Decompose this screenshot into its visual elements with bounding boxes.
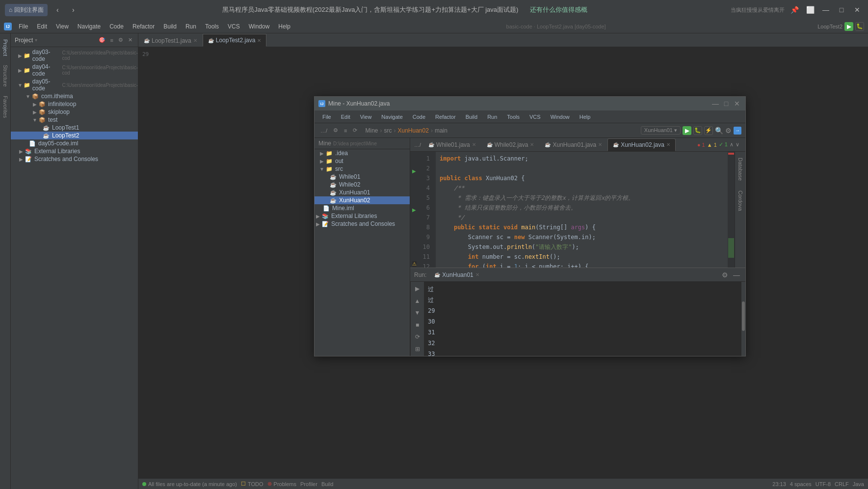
tree-item-day04[interactable]: ▶ 📁 day04-code C:\Users\moon\IdeaProject… [11,63,138,78]
tree-item-day05[interactable]: ▼ 📁 day05-code C:\Users\moon\IdeaProject… [11,78,138,92]
back-button[interactable]: ‹ [52,4,63,16]
menu-vcs[interactable]: VCS [224,22,244,31]
pin-icon[interactable]: 📌 [789,4,800,16]
tree-item-external[interactable]: ▶ 📚 External Libraries [11,147,138,155]
tab-looptest2[interactable]: ☕ LoopTest2.java ✕ [203,34,267,47]
mine-menu-help[interactable]: Help [576,113,595,121]
menu-help[interactable]: Help [274,22,294,31]
nav-up[interactable]: ∧ [730,141,734,148]
tree-item-com-itheima[interactable]: ▼ 📦 com.itheima [11,92,138,100]
run-button[interactable]: ▶ [844,22,853,31]
mine-menu-file[interactable]: File [318,113,335,121]
mine-ideabtn[interactable]: → [734,127,741,135]
forward-button[interactable]: › [67,4,79,16]
sidebar-tab-project[interactable]: Project [1,35,9,60]
run-scroll-down-btn[interactable]: ▼ [412,308,423,318]
tree-item-infiniteloop[interactable]: ▶ 📦 infiniteloop [11,100,138,108]
mine-menu-build[interactable]: Build [462,113,481,121]
build-status[interactable]: Build [321,481,333,487]
menu-window[interactable]: Window [245,22,274,31]
menu-view[interactable]: View [52,22,73,31]
project-close-btn[interactable]: ✕ [127,36,134,44]
run-stop-btn[interactable]: ■ [412,320,423,330]
run-filter-btn[interactable]: ⊞ [412,344,423,354]
mine-tab-xun02[interactable]: ☕ XunHuan02.java ✕ [607,138,676,151]
mine-back-btn[interactable]: …/ [318,127,329,135]
gutter-15[interactable]: ⚠ [410,260,418,268]
mine-menu-code[interactable]: Code [409,113,429,121]
mine-menu-refactor[interactable]: Refactor [431,113,460,121]
tree-item-skiploop[interactable]: ▶ 📦 skiploop [11,108,138,116]
mine-menu-edit[interactable]: Edit [337,113,354,121]
mine-tab-back-btn[interactable]: …/ [412,142,423,148]
run-rerun-btn[interactable]: ⟳ [412,332,423,342]
maximize-icon[interactable]: □ [836,4,847,16]
mine-tab-while01[interactable]: ☕ While01.java ✕ [423,138,481,151]
run-scrollbar[interactable] [741,282,745,356]
mine-run-config-dropdown[interactable]: XunHuan01 ▾ [641,126,681,135]
mine-toolbar-btn2[interactable]: ⟳ [351,126,359,135]
menu-build[interactable]: Build [159,22,181,31]
mine-menu-tools[interactable]: Tools [503,113,524,121]
menu-file[interactable]: File [15,22,32,31]
mine-tree-src[interactable]: ▼ 📁 src [315,165,410,173]
tree-item-scratches[interactable]: ▶ 📝 Scratches and Consoles [11,155,138,163]
tree-item-looptest2[interactable]: ☕ LoopTest2 [11,132,138,139]
problems-status[interactable]: ⊗ Problems [267,481,296,487]
mine-tree-extlibs[interactable]: ▶ 📚 External Libraries [315,212,410,220]
mine-tree-idea[interactable]: ▶ 📁 .idea [315,149,410,157]
tree-item-iml[interactable]: 📄 day05-code.iml [11,139,138,147]
mine-database-tab[interactable]: Database [736,154,744,185]
mine-while02-tab-close[interactable]: ✕ [530,142,534,147]
tree-item-day03[interactable]: ▶ 📁 day03-code C:\Users\moon\IdeaProject… [11,48,138,63]
sidebar-tab-structure[interactable]: Structure [1,61,9,91]
mine-tab-xun01[interactable]: ☕ XunHuan01.java ✕ [539,138,607,151]
tab-looptest1[interactable]: ☕ LoopTest1.java ✕ [138,34,203,47]
menu-refactor[interactable]: Refactor [129,22,158,31]
mine-menu-view[interactable]: View [356,113,376,121]
mine-tree-while01[interactable]: ☕ While01 [315,173,410,181]
menu-run[interactable]: Run [182,22,200,31]
mine-tree-scratches[interactable]: ▶ 📝 Scratches and Consoles [315,220,410,228]
run-scroll-up-btn[interactable]: ▲ [412,296,423,306]
tree-item-looptest1[interactable]: ☕ LoopTest1 [11,124,138,132]
mine-settings2-btn[interactable]: ⚙ [725,127,732,135]
project-dropdown-icon[interactable]: ▾ [35,37,37,43]
home-button[interactable]: ⌂ 回到注界面 [5,4,48,16]
gutter-3[interactable]: ▶ [410,167,418,175]
menu-edit[interactable]: Edit [33,22,51,31]
gutter-8[interactable]: ▶ [410,206,418,214]
mine-menu-vcs[interactable]: VCS [526,113,545,121]
mine-settings-btn[interactable]: ⚙ [331,126,340,135]
mine-minimize-btn[interactable]: — [711,99,720,108]
mine-profile-btn[interactable]: ⚡ [704,126,713,135]
mine-maximize-btn[interactable]: □ [722,99,731,108]
project-settings-btn[interactable]: ⚙ [117,36,125,44]
menu-navigate[interactable]: Navigate [74,22,105,31]
tab-close-2[interactable]: ✕ [257,38,261,43]
mine-close-btn[interactable]: ✕ [733,99,741,108]
run-minimize-btn[interactable]: — [732,270,741,280]
run-play-btn[interactable]: ▶ [412,284,423,294]
mine-menu-run[interactable]: Run [483,113,501,121]
mine-while01-tab-close[interactable]: ✕ [472,142,476,147]
run-settings-btn[interactable]: ⚙ [720,270,730,280]
nav-down[interactable]: ∨ [736,141,739,148]
close-icon[interactable]: ✕ [851,4,863,16]
tree-item-test[interactable]: ▼ 📦 test [11,116,138,124]
run-tab-close[interactable]: ✕ [475,272,479,277]
project-locate-btn[interactable]: 🎯 [97,36,107,44]
mine-tree-mineiml[interactable]: 📄 Mine.iml [315,204,410,212]
debug-button[interactable]: 🐛 [855,22,864,31]
mine-xun01-tab-close[interactable]: ✕ [598,142,602,147]
mine-tree-out[interactable]: ▶ 📁 out [315,157,410,165]
mine-tree-while02[interactable]: ☕ While02 [315,181,410,189]
mine-collapse-btn[interactable]: ≡ [342,127,349,135]
mine-cordova-tab[interactable]: Cordova [736,187,744,215]
tab-close-1[interactable]: ✕ [193,38,197,43]
sidebar-tab-favorites[interactable]: Favorites [1,92,9,122]
mine-search-btn[interactable]: 🔍 [715,127,723,135]
minimize-icon[interactable]: — [820,4,832,16]
mine-tree-xunhuan01[interactable]: ☕ XunHuan01 [315,189,410,196]
mine-menu-navigate[interactable]: Navigate [377,113,406,121]
